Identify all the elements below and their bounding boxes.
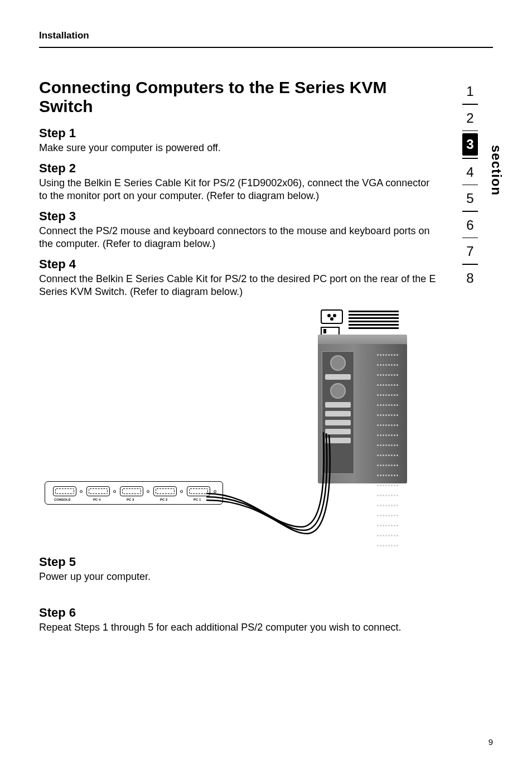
page-title: Connecting Computers to the E Series KVM… <box>39 78 441 116</box>
step1-body: Make sure your computer is powered off. <box>39 142 441 154</box>
section-nav-3[interactable]: 3 <box>462 133 478 156</box>
step4-title: Step 4 <box>39 257 441 272</box>
step1-title: Step 1 <box>39 126 441 141</box>
section-nav-2[interactable]: 2 <box>462 105 478 130</box>
step2-body: Using the Belkin E Series Cable Kit for … <box>39 177 441 202</box>
section-vertical-label: section <box>489 145 504 199</box>
section-nav-8[interactable]: 8 <box>462 265 478 291</box>
section-nav: 1 2 3 4 5 6 7 8 section <box>462 78 501 291</box>
step5-body: Power up your computer. <box>39 570 441 583</box>
main-content: Connecting Computers to the E Series KVM… <box>39 78 441 634</box>
step6-title: Step 6 <box>39 606 441 620</box>
step4-body: Connect the Belkin E Series Cable Kit fo… <box>39 273 441 298</box>
section-nav-list: 1 2 3 4 5 6 7 8 <box>462 78 478 291</box>
page-number: 9 <box>489 737 493 747</box>
running-header: Installation <box>39 30 493 48</box>
step3-title: Step 3 <box>39 209 441 224</box>
section-nav-4[interactable]: 4 <box>462 159 478 185</box>
section-nav-5[interactable]: 5 <box>462 185 478 211</box>
step5-title: Step 5 <box>39 555 441 569</box>
step3-body: Connect the PS/2 mouse and keyboard conn… <box>39 225 441 250</box>
section-nav-1[interactable]: 1 <box>462 78 478 104</box>
cable-lines <box>39 304 441 538</box>
connection-diagram: CONSOLE PC 4 PC 3 PC 2 PC 1 <box>39 304 441 538</box>
step6-body: Repeat Steps 1 through 5 for each additi… <box>39 621 441 634</box>
step2-title: Step 2 <box>39 161 441 176</box>
section-nav-7[interactable]: 7 <box>462 238 478 264</box>
section-nav-6[interactable]: 6 <box>462 212 478 238</box>
